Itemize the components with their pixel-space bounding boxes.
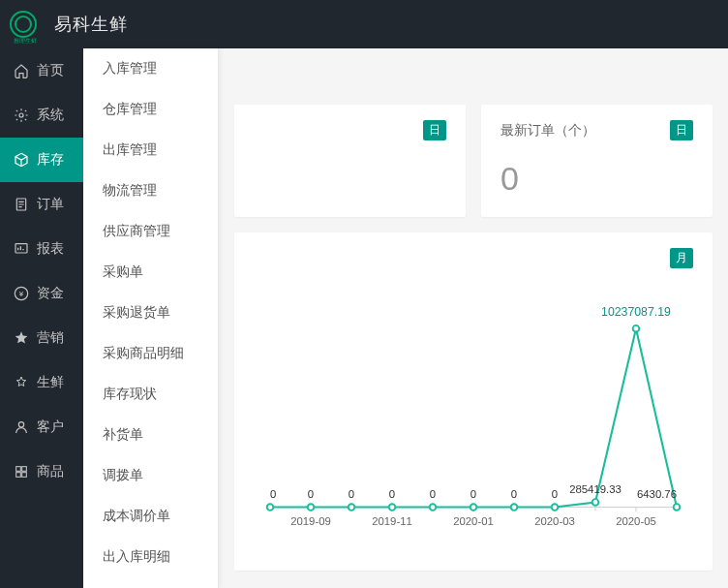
svg-text:285419.33: 285419.33 [569,483,622,495]
svg-text:0: 0 [470,488,476,500]
svg-text:0: 0 [511,488,517,500]
submenu-item[interactable]: 供应商管理 [83,211,218,252]
svg-text:2020-01: 2020-01 [453,516,494,528]
sidebar-item-gear[interactable]: 系统 [0,93,83,138]
logo-icon: 推理生鲜 [10,11,37,38]
chart-card: 月 2019-092019-112020-012020-032020-05000… [234,232,713,571]
svg-point-45 [633,325,640,332]
submenu-item[interactable]: 采购单 [83,252,218,293]
svg-point-35 [430,504,437,511]
submenu-item[interactable]: 调拨单 [83,455,218,496]
report-icon [14,241,29,257]
svg-rect-7 [22,467,27,472]
box-icon [14,152,29,168]
sidebar-item-fresh[interactable]: 生鲜 [0,360,83,405]
submenu-item[interactable]: 出库管理 [83,130,218,170]
sidebar-item-label: 系统 [37,107,64,124]
svg-point-0 [19,113,23,117]
svg-text:0: 0 [552,488,558,500]
svg-text:6430.76: 6430.76 [637,488,677,500]
sidebar-item-doc[interactable]: 订单 [0,182,83,227]
svg-rect-8 [16,473,21,478]
doc-icon [14,197,29,212]
card-title: 最新订单（个） [500,122,595,139]
sidebar-item-label: 库存 [37,151,64,169]
sidebar: 首页系统库存订单报表¥资金营销生鲜客户商品 [0,48,83,588]
star-icon [14,330,29,346]
sidebar-item-label: 生鲜 [37,374,64,391]
submenu-item[interactable]: 采购退货单 [83,293,218,333]
svg-point-47 [674,504,681,511]
sidebar-item-label: 资金 [37,285,64,302]
svg-point-39 [511,504,518,511]
sidebar-item-label: 订单 [37,196,64,213]
svg-text:¥: ¥ [18,290,24,298]
submenu-item[interactable]: 库存现状 [83,374,218,415]
stat-card-orders: 最新订单（个） 日 0 [481,105,713,217]
svg-text:10237087.19: 10237087.19 [601,305,671,319]
svg-point-41 [552,504,559,511]
sidebar-item-report[interactable]: 报表 [0,227,83,271]
svg-point-29 [308,504,315,511]
content-area: 日 最新订单（个） 日 0 月 2019-092019-112020-01202… [219,48,728,588]
svg-point-31 [349,504,355,511]
submenu-item[interactable]: 入库管理 [83,48,218,89]
money-icon: ¥ [14,286,29,301]
badge-day[interactable]: 日 [423,120,446,140]
submenu-item[interactable]: 补货单 [83,415,218,455]
svg-point-43 [592,499,599,506]
home-icon [14,63,29,78]
sidebar-item-label: 商品 [37,463,64,480]
submenu-item[interactable]: 采购商品明细 [83,333,218,374]
topbar: 推理生鲜 易科生鲜 [0,0,728,48]
fresh-icon [14,375,29,390]
sidebar-item-label: 营销 [37,329,64,347]
submenu-item[interactable]: 出入库明细 [83,537,218,577]
badge-month[interactable]: 月 [670,248,693,268]
sidebar-item-money[interactable]: ¥资金 [0,271,83,316]
svg-point-33 [389,504,396,511]
svg-text:2019-09: 2019-09 [290,516,331,528]
svg-point-27 [267,504,274,511]
svg-text:2019-11: 2019-11 [372,516,412,528]
gear-icon [14,108,29,123]
card-value: 0 [500,160,693,198]
svg-text:0: 0 [349,488,354,500]
badge-day[interactable]: 日 [670,120,693,140]
user-icon [14,419,29,435]
submenu-item[interactable]: 成本调价单 [83,496,218,537]
svg-rect-6 [16,467,21,472]
submenu: 入库管理仓库管理出库管理物流管理供应商管理采购单采购退货单采购商品明细库存现状补… [83,48,219,588]
sidebar-item-label: 报表 [37,240,64,258]
logo-wrap: 推理生鲜 易科生鲜 [10,11,128,38]
sidebar-item-user[interactable]: 客户 [0,405,83,449]
sidebar-item-star[interactable]: 营销 [0,316,83,360]
app-title: 易科生鲜 [54,13,128,36]
goods-icon [14,464,29,480]
sidebar-item-home[interactable]: 首页 [0,48,83,93]
svg-point-5 [18,422,23,427]
submenu-item[interactable]: 物流管理 [83,170,218,211]
svg-text:0: 0 [308,488,314,500]
sidebar-item-box[interactable]: 库存 [0,138,83,182]
sidebar-item-goods[interactable]: 商品 [0,449,83,494]
svg-text:2020-05: 2020-05 [616,516,656,528]
logo-subtext: 推理生鲜 [12,37,39,46]
sidebar-item-label: 客户 [37,418,64,436]
stat-card-left: 日 [234,105,466,217]
svg-rect-9 [22,473,27,478]
svg-text:0: 0 [430,488,436,500]
svg-point-37 [470,504,477,511]
line-chart: 2019-092019-112020-012020-032020-0500000… [254,280,693,551]
svg-text:0: 0 [389,488,395,500]
submenu-item[interactable]: 仓库管理 [83,89,218,130]
svg-text:2020-03: 2020-03 [534,516,575,528]
svg-text:0: 0 [270,488,276,500]
sidebar-item-label: 首页 [37,62,64,79]
